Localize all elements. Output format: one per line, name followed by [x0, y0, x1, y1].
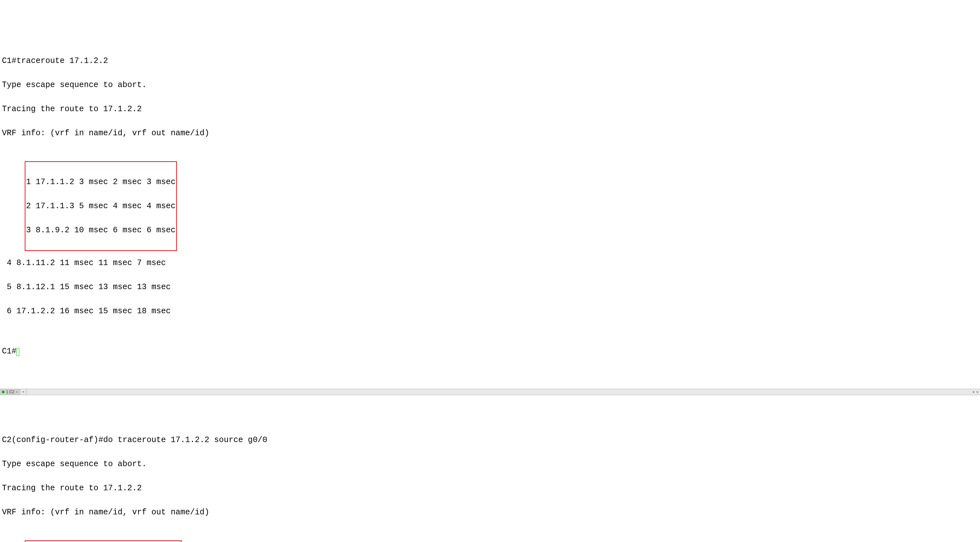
trace-hop: 2 17.1.1.3 5 msec 4 msec 4 msec	[26, 202, 175, 210]
cli-output: VRF info: (vrf in name/id, vrf out name/…	[2, 508, 978, 516]
cli-command: C1#traceroute 17.1.2.2	[2, 57, 978, 65]
cli-command: C2(config-router-af)#do traceroute 17.1.…	[2, 436, 978, 444]
nav-right-icon[interactable]: ►	[975, 390, 980, 393]
close-icon[interactable]: ×	[16, 390, 18, 394]
tab-nav: ◄ ►	[971, 389, 980, 395]
cursor-icon	[16, 348, 19, 356]
cli-output: VRF info: (vrf in name/id, vrf out name/…	[2, 129, 978, 137]
cli-output: Tracing the route to 17.1.2.2	[2, 105, 978, 113]
tab-c2[interactable]: 1 C2 ×	[0, 389, 20, 395]
cli-output: Type escape sequence to abort.	[2, 81, 978, 89]
cli-prompt[interactable]: C1#	[2, 347, 978, 356]
highlighted-hops: 1 17.1.1.3 3 msec 6 msec 5 msec 2 8.1.9.…	[25, 540, 182, 542]
trace-hop: 4 8.1.11.2 11 msec 11 msec 7 msec	[7, 259, 978, 267]
trace-hop: 5 8.1.12.1 15 msec 13 msec 13 msec	[7, 283, 978, 291]
cli-output: Tracing the route to 17.1.2.2	[2, 484, 978, 492]
add-tab-button[interactable]: +	[20, 389, 27, 395]
tab-bar-c2: 1 C2 × + ◄ ►	[0, 389, 980, 395]
terminal-panel-c1[interactable]: C1#traceroute 17.1.2.2 Type escape seque…	[0, 40, 980, 365]
cli-output: Type escape sequence to abort.	[2, 460, 978, 468]
highlighted-hops: 1 17.1.1.2 3 msec 2 msec 3 msec 2 17.1.1…	[25, 161, 177, 251]
trace-hop: 1 17.1.1.2 3 msec 2 msec 3 msec	[26, 178, 175, 186]
terminal-panel-c2[interactable]: C2(config-router-af)#do traceroute 17.1.…	[0, 419, 980, 542]
status-dot-icon	[2, 391, 5, 393]
prompt-text: C1#	[2, 347, 16, 356]
nav-left-icon[interactable]: ◄	[971, 390, 975, 393]
tab-label: 1 C2	[6, 390, 14, 394]
trace-hop: 3 8.1.9.2 10 msec 6 msec 6 msec	[26, 226, 175, 234]
trace-hop: 6 17.1.2.2 16 msec 15 msec 18 msec	[7, 307, 978, 315]
